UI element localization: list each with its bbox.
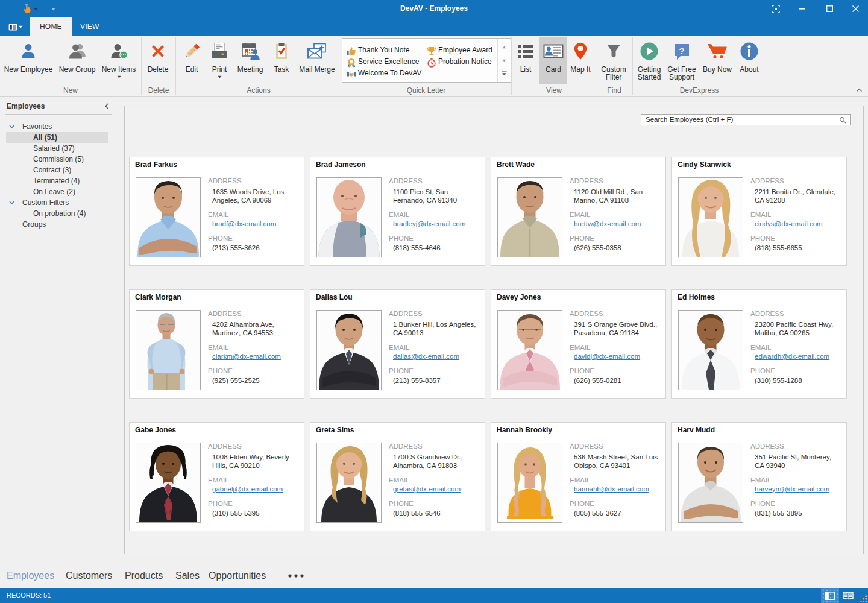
svg-text:?: ? [679, 46, 684, 56]
